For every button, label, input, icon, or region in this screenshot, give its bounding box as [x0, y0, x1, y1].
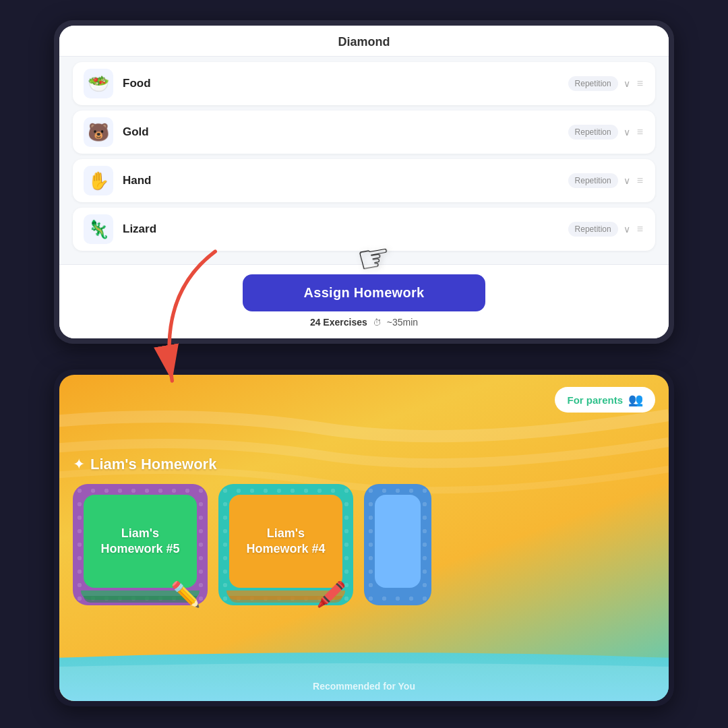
gold-label: Gold [123, 125, 568, 139]
food-tag: Repetition [568, 76, 618, 91]
gold-tag: Repetition [568, 125, 618, 140]
card-5-inner: Liam'sHomework #5 [84, 495, 197, 588]
hand-label: Hand [123, 174, 568, 187]
assign-homework-button[interactable]: Assign Homework [243, 274, 485, 311]
hand-emoji: ✋ [84, 166, 113, 195]
vocab-item-food: 🥗 Food Repetition ∨ ≡ [73, 62, 655, 105]
card-4-label: Liam'sHomework #4 [246, 526, 325, 557]
time-estimate: ~35min [387, 317, 418, 328]
card-5-pencil-icon: ✏️ [171, 580, 201, 609]
card-4-inner: Liam'sHomework #4 [229, 495, 342, 588]
homework-title-row: ✦ Liam's Homework [73, 456, 655, 473]
lizard-chevron-icon[interactable]: ∨ [624, 224, 630, 235]
exercises-count: 24 Exercises [310, 317, 367, 328]
lizard-tag: Repetition [568, 222, 618, 237]
homework-cards-container: Liam'sHomework #5 ✏️ Liam'sHomework #4 🖍… [73, 484, 655, 605]
card-3-inner [375, 495, 421, 588]
food-menu-icon[interactable]: ≡ [637, 78, 644, 90]
for-parents-label: For parents [567, 394, 623, 406]
hand-chevron-icon[interactable]: ∨ [624, 175, 630, 186]
gold-emoji: 🐻 [84, 117, 113, 147]
vocab-item-hand: ✋ Hand Repetition ∨ ≡ [73, 159, 655, 202]
exercises-info: 24 Exercises ⏱ ~35min [310, 317, 418, 328]
vocab-list: 🥗 Food Repetition ∨ ≡ 🐻 Gold Repetition … [59, 57, 669, 264]
parents-icon: 👥 [628, 392, 643, 407]
homework-section-title: Liam's Homework [90, 456, 216, 473]
card-5-label: Liam'sHomework #5 [100, 526, 179, 557]
top-tablet-inner: Diamond 🥗 Food Repetition ∨ ≡ 🐻 Gold Rep… [59, 26, 669, 338]
homework-card-3[interactable] [364, 484, 431, 605]
homework-section: ✦ Liam's Homework Liam'sHomework #5 ✏️ [73, 456, 655, 605]
food-label: Food [123, 77, 568, 90]
bottom-tablet: For parents 👥 ✦ Liam's Homework Liam'sHo… [54, 369, 674, 706]
homework-card-5[interactable]: Liam'sHomework #5 ✏️ [73, 484, 208, 605]
lizard-emoji: 🦎 [84, 214, 113, 244]
gold-menu-icon[interactable]: ≡ [637, 126, 644, 138]
bottom-tablet-inner: For parents 👥 ✦ Liam's Homework Liam'sHo… [59, 375, 669, 701]
diamond-header: Diamond [59, 26, 669, 57]
for-parents-button[interactable]: For parents 👥 [555, 387, 655, 413]
food-emoji: 🥗 [84, 69, 113, 98]
card-4-crayon-icon: 🖍️ [316, 580, 346, 609]
sparkle-icon: ✦ [73, 456, 85, 473]
vocab-item-gold: 🐻 Gold Repetition ∨ ≡ [73, 111, 655, 154]
lizard-label: Lizard [123, 222, 568, 236]
vocab-item-lizard: 🦎 Lizard Repetition ∨ ≡ [73, 208, 655, 251]
lizard-menu-icon[interactable]: ≡ [637, 223, 644, 235]
recommended-label: Recommended for You [59, 681, 669, 692]
top-tablet: Diamond 🥗 Food Repetition ∨ ≡ 🐻 Gold Rep… [54, 20, 674, 344]
clock-icon: ⏱ [373, 317, 382, 328]
assign-bottom-bar: Assign Homework 24 Exercises ⏱ ~35min [59, 264, 669, 338]
homework-card-4[interactable]: Liam'sHomework #4 🖍️ [218, 484, 353, 605]
hand-tag: Repetition [568, 173, 618, 188]
hand-menu-icon[interactable]: ≡ [637, 175, 644, 187]
food-chevron-icon[interactable]: ∨ [624, 78, 630, 89]
gold-chevron-icon[interactable]: ∨ [624, 127, 630, 138]
